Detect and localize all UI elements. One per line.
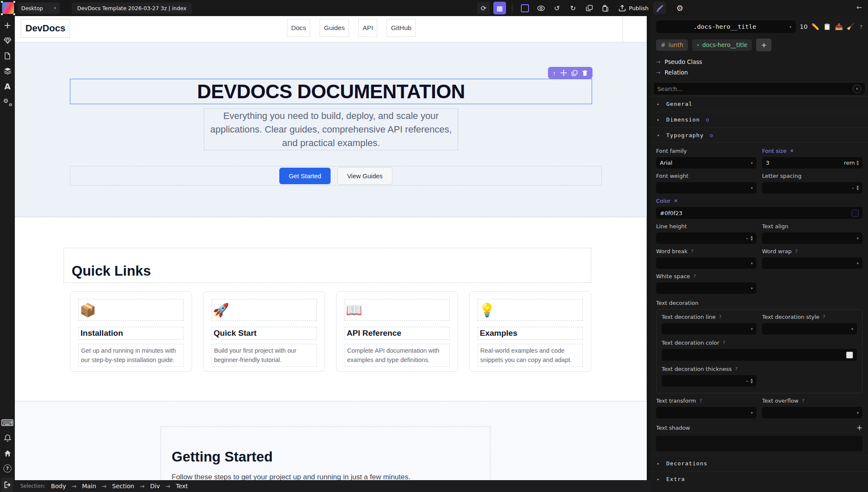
class-token-chip[interactable]: • docs-hero__title <box>692 39 752 51</box>
typography-icon[interactable]: A <box>1 80 14 92</box>
sync-icon[interactable]: ⟳ <box>477 2 490 14</box>
hero-section[interactable]: ↑ DEVDOCS DOCUMENTATION Everything you n… <box>15 42 647 217</box>
getting-started-heading-box[interactable]: Getting Started <box>161 426 490 480</box>
word-wrap-select[interactable]: ▾ <box>762 257 862 269</box>
help-icon[interactable]: ? <box>1 462 14 475</box>
stepper-control[interactable]: ▲▼ <box>751 235 753 241</box>
design-assets-icon[interactable] <box>1 34 14 47</box>
text-decoration-line-select[interactable]: ▾ <box>662 323 757 334</box>
relation-item[interactable]: → Relation <box>656 67 862 77</box>
broom-icon[interactable]: 🧹 <box>847 23 855 30</box>
add-component-icon[interactable]: + <box>1 19 14 31</box>
edit-pencil-icon[interactable]: ✏️ <box>811 23 819 30</box>
hint-icon[interactable]: ? <box>699 398 702 404</box>
text-decoration-style-select[interactable]: ▾ <box>762 323 857 334</box>
nav-link-docs[interactable]: Docs <box>287 19 310 37</box>
clipboard-icon[interactable]: 📋 <box>823 23 831 30</box>
home-icon[interactable] <box>1 447 14 459</box>
publish-button[interactable]: Publish <box>615 2 652 14</box>
section-dimension[interactable]: ▸ Dimension o <box>651 112 868 127</box>
delete-trash-icon[interactable] <box>582 70 588 76</box>
get-started-button[interactable]: Get Started <box>279 168 331 184</box>
card-examples[interactable]: 💡 Examples Real-world examples and code … <box>469 291 591 372</box>
hint-icon[interactable]: ? <box>823 314 825 320</box>
letter-spacing-input[interactable]: - ▲▼ <box>762 182 862 193</box>
components-gears-icon[interactable]: ⚙⚙ <box>1 95 14 108</box>
line-height-input[interactable]: - ▲▼ <box>656 232 757 244</box>
collapse-arrow-icon[interactable]: ← <box>857 3 862 11</box>
stepper-control[interactable]: ▲▼ <box>751 378 753 384</box>
text-decoration-color-input[interactable] <box>662 349 857 361</box>
style-search-input[interactable]: Search... ✕ <box>653 82 865 95</box>
section-typography[interactable]: ▾ Typography o <box>651 127 868 142</box>
layers-icon[interactable] <box>1 65 14 77</box>
text-transform-select[interactable]: ▾ <box>656 407 757 418</box>
paste-icon[interactable] <box>599 2 612 14</box>
white-space-select[interactable]: ▾ <box>656 282 757 294</box>
nav-link-guides[interactable]: Guides <box>320 19 349 37</box>
breadcrumb-section[interactable]: Section <box>112 483 134 489</box>
card-installation[interactable]: 📦 Installation Get up and running in min… <box>70 291 192 372</box>
add-token-button[interactable]: + <box>756 39 771 51</box>
stepper-control[interactable]: ▲▼ <box>857 185 859 191</box>
section-decorations[interactable]: ▸ Decorations <box>651 456 868 470</box>
grid-view-icon[interactable]: ▦ <box>493 2 506 14</box>
card-quick-start[interactable]: 🚀 Quick Start Build your first project w… <box>203 291 325 372</box>
style-brush-icon[interactable] <box>653 2 666 14</box>
clear-search-icon[interactable]: ✕ <box>853 85 861 93</box>
card-api-reference[interactable]: 📖 API Reference Complete API documentati… <box>336 291 458 372</box>
text-decoration-thickness-input[interactable]: - ▲▼ <box>662 375 757 387</box>
notifications-bell-icon[interactable] <box>1 432 14 444</box>
page-body[interactable]: DevDocs Docs Guides API GitHub ↑ DEVDO <box>15 16 647 480</box>
nav-link-api[interactable]: API <box>358 19 377 37</box>
shortcuts-keyboard-icon[interactable]: ⌨ <box>1 417 14 429</box>
copy-icon[interactable] <box>583 2 595 14</box>
help-icon[interactable]: ? <box>860 24 862 30</box>
font-weight-select[interactable]: ▾ <box>656 182 757 193</box>
getting-started-section[interactable]: Getting Started Follow these steps to ge… <box>15 401 647 480</box>
breadcrumb-text[interactable]: Text <box>176 483 188 489</box>
remove-property-icon[interactable]: ✕ <box>790 148 794 154</box>
text-align-select[interactable]: ▾ <box>762 232 862 244</box>
style-source-selector[interactable]: .docs-hero__title ▾ <box>656 20 796 33</box>
app-logo[interactable] <box>2 2 14 14</box>
breadcrumb-body[interactable]: Body <box>51 483 66 489</box>
quick-links-heading-box[interactable]: Quick Links <box>64 248 591 283</box>
font-size-input[interactable]: 3 rem ▲▼ <box>762 157 862 169</box>
text-overflow-select[interactable]: ▾ <box>762 407 862 418</box>
stepper-control[interactable]: ▲▼ <box>857 160 859 166</box>
word-break-select[interactable]: ▾ <box>656 257 757 269</box>
select-mode-icon[interactable] <box>518 2 531 14</box>
breadcrumb-div[interactable]: Div <box>150 483 160 489</box>
hint-icon[interactable]: ? <box>795 249 798 254</box>
hero-subtitle-box[interactable]: Everything you need to build, deploy, an… <box>204 108 458 150</box>
color-swatch[interactable] <box>851 210 859 217</box>
nav-link-github[interactable]: GitHub <box>387 19 415 37</box>
view-guides-button[interactable]: View Guides <box>337 167 392 185</box>
text-shadow-list[interactable] <box>656 436 862 451</box>
site-navbar[interactable]: DevDocs Docs Guides API GitHub <box>15 16 647 42</box>
add-shadow-icon[interactable]: + <box>857 423 862 432</box>
hint-icon[interactable]: ? <box>719 314 722 320</box>
site-brand[interactable]: DevDocs <box>21 19 70 38</box>
hint-icon[interactable]: ? <box>693 274 696 279</box>
pages-icon[interactable] <box>1 50 14 62</box>
archive-box-icon[interactable]: 📥 <box>835 23 843 30</box>
font-size-unit[interactable]: rem <box>844 160 855 166</box>
hint-icon[interactable]: ? <box>735 366 738 372</box>
move-up-icon[interactable]: ↑ <box>553 69 556 77</box>
pseudo-class-item[interactable]: → Pseudo Class <box>656 56 862 67</box>
hint-icon[interactable]: ? <box>802 398 804 404</box>
color-input[interactable]: #0f0f23 <box>656 207 862 219</box>
hint-icon[interactable]: ? <box>723 340 725 346</box>
selected-text-element[interactable]: DEVDOCS DOCUMENTATION <box>70 79 592 104</box>
preview-eye-icon[interactable] <box>534 2 547 14</box>
logout-icon[interactable] <box>1 478 14 492</box>
settings-gear-icon[interactable]: ⚙ <box>673 2 686 14</box>
font-family-select[interactable]: Arial ▾ <box>656 157 757 169</box>
section-general[interactable]: ▸ General <box>651 96 868 111</box>
drag-move-icon[interactable] <box>560 69 567 76</box>
breakpoint-selector[interactable]: Desktop ▾ <box>17 3 60 14</box>
hint-icon[interactable]: ? <box>691 249 693 254</box>
text-decoration-color-swatch[interactable] <box>846 351 853 359</box>
